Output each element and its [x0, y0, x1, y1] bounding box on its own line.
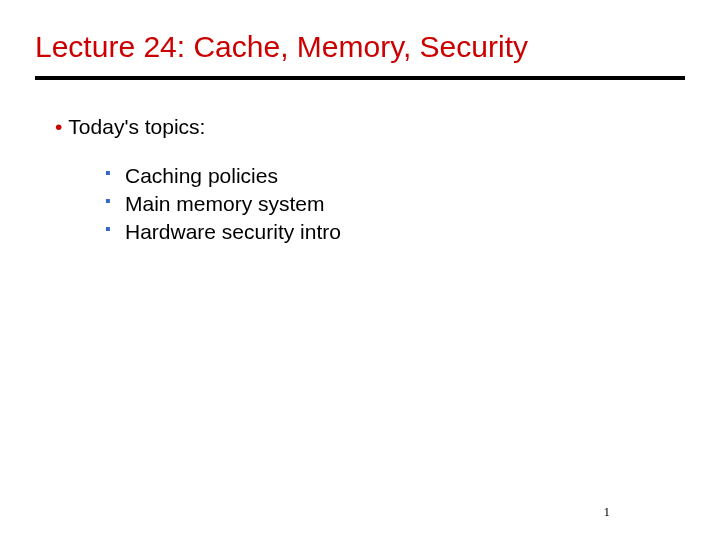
subtopics-list: Caching policies Main memory system Hard…: [105, 164, 685, 244]
topics-header: •Today's topics:: [55, 115, 685, 139]
topics-header-text: Today's topics:: [68, 115, 205, 138]
bullet-icon: •: [55, 115, 62, 138]
list-item: Main memory system: [105, 192, 685, 216]
list-item: Hardware security intro: [105, 220, 685, 244]
list-item: Caching policies: [105, 164, 685, 188]
slide-title: Lecture 24: Cache, Memory, Security: [35, 30, 685, 64]
page-number: 1: [604, 504, 611, 520]
slide-container: Lecture 24: Cache, Memory, Security •Tod…: [0, 0, 720, 540]
title-divider: [35, 76, 685, 80]
